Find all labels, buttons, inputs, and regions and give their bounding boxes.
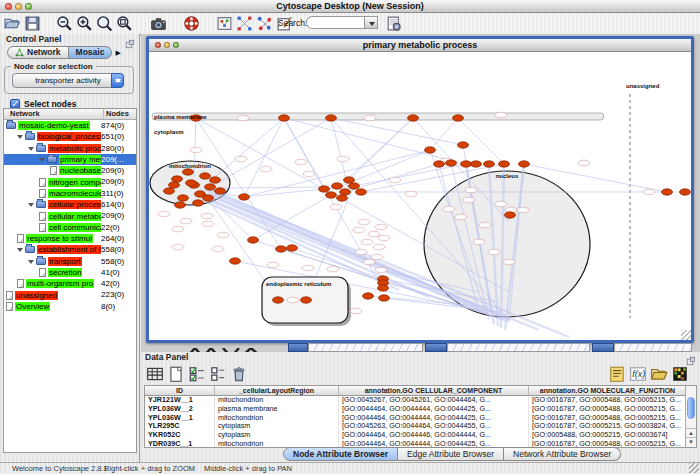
gene-node[interactable] — [458, 142, 469, 148]
label-node[interactable] — [443, 206, 455, 212]
zoom-region-icon[interactable] — [116, 15, 133, 32]
tree-row[interactable]: secretion41(0) — [4, 267, 136, 278]
attribute-table-icon[interactable] — [146, 365, 164, 383]
label-node[interactable] — [212, 246, 224, 252]
label-node[interactable] — [463, 197, 475, 203]
minimized-window-fragment[interactable] — [425, 343, 447, 352]
label-node[interactable] — [488, 249, 500, 255]
network-canvas[interactable]: plasma membrane cytoplasm mitochondrion … — [149, 52, 691, 340]
gene-node[interactable] — [326, 192, 337, 198]
tree-column-network[interactable]: Network — [10, 109, 40, 119]
layout-b-icon[interactable] — [256, 15, 273, 32]
gene-node[interactable] — [326, 115, 337, 121]
tree-row[interactable]: response to stimul264(0) — [4, 233, 136, 244]
network-view-window[interactable]: primary metabolic process plasma membran… — [146, 36, 694, 343]
gene-node[interactable] — [276, 246, 287, 252]
attribute-table[interactable]: ID_cellularLayoutRegionannotation.GO CEL… — [144, 385, 697, 448]
scroll-down-icon[interactable]: ▼ — [686, 437, 696, 447]
table-column-header[interactable]: annotation.GO CELLULAR_COMPONENT — [339, 386, 529, 396]
label-node[interactable] — [368, 231, 380, 237]
table-row[interactable]: YJR121W__1mitochondrion[GO:0045267, GO:0… — [145, 396, 696, 405]
network-edge[interactable] — [244, 150, 430, 197]
label-node[interactable] — [180, 218, 192, 224]
gene-node[interactable] — [337, 195, 348, 201]
gene-node[interactable] — [178, 195, 189, 201]
gene-node[interactable] — [434, 161, 445, 167]
select-nodes-checkbox[interactable] — [10, 99, 20, 109]
help-icon[interactable] — [183, 15, 200, 32]
tree-row[interactable]: nitrogen compo209(0) — [4, 176, 136, 187]
label-node[interactable] — [235, 156, 247, 162]
gene-node[interactable] — [215, 188, 226, 194]
gene-node[interactable] — [230, 258, 241, 264]
network-window-titlebar[interactable]: primary metabolic process — [149, 39, 691, 52]
tree-row[interactable]: metabolic process280(0) — [4, 143, 136, 154]
table-column-header[interactable]: ID — [145, 386, 215, 396]
unselect-attributes-icon[interactable] — [209, 365, 227, 383]
gene-node[interactable] — [425, 147, 436, 153]
gene-node[interactable] — [356, 189, 367, 195]
gene-node[interactable] — [453, 115, 464, 121]
gene-node[interactable] — [484, 161, 495, 167]
label-node[interactable] — [465, 187, 477, 193]
tree-row[interactable]: establishment of lo558(0) — [4, 244, 136, 255]
label-node[interactable] — [455, 214, 467, 220]
gene-node[interactable] — [519, 161, 530, 167]
label-node[interactable] — [202, 221, 214, 227]
label-node[interactable] — [375, 224, 387, 230]
label-node[interactable] — [373, 244, 385, 250]
label-node[interactable] — [337, 156, 349, 162]
attribute-matrix-icon[interactable] — [671, 365, 689, 383]
table-column-header[interactable]: _cellularLayoutRegion — [215, 386, 339, 396]
gene-node[interactable] — [200, 173, 211, 179]
gene-node[interactable] — [446, 160, 457, 166]
gene-node[interactable] — [499, 161, 510, 167]
attribute-label-icon[interactable] — [608, 365, 626, 383]
tree-row[interactable]: unassigned223(0) — [4, 289, 136, 300]
gene-node[interactable] — [164, 188, 175, 194]
minimized-window-fragment[interactable] — [288, 343, 308, 352]
label-node[interactable] — [495, 112, 507, 118]
network-edge[interactable] — [284, 118, 466, 164]
label-node[interactable] — [327, 266, 339, 272]
label-node[interactable] — [267, 262, 279, 268]
node-color-dropdown[interactable]: transporter activity — [12, 73, 124, 88]
gene-node[interactable] — [319, 186, 330, 192]
label-node[interactable] — [172, 244, 184, 250]
label-node[interactable] — [371, 254, 383, 260]
gene-node[interactable] — [279, 115, 290, 121]
gene-node[interactable] — [340, 189, 351, 195]
label-node[interactable] — [378, 235, 390, 241]
tree-column-nodes[interactable]: Nodes — [103, 109, 129, 119]
label-node[interactable] — [503, 259, 515, 265]
tree-row[interactable]: multi-organism pro42(0) — [4, 278, 136, 289]
tree-row[interactable]: transport558(0) — [4, 256, 136, 267]
label-node[interactable] — [364, 115, 376, 121]
tree-row[interactable]: nucleobase-209(0) — [4, 165, 136, 176]
gene-node[interactable] — [186, 180, 197, 186]
network-edge[interactable] — [209, 118, 284, 182]
table-column-header[interactable]: annotation.GO MOLECULAR_FUNCTION — [529, 386, 687, 396]
gene-node[interactable] — [662, 189, 673, 195]
label-node[interactable] — [158, 211, 170, 217]
network-edge[interactable] — [244, 118, 284, 197]
frame-resize-grip[interactable] — [681, 330, 691, 340]
label-node[interactable] — [363, 259, 375, 265]
gene-node[interactable] — [363, 293, 374, 299]
tree-row[interactable]: biological_process651(0) — [4, 131, 136, 142]
gene-node[interactable] — [183, 169, 194, 175]
zoom-fit-icon[interactable] — [96, 15, 113, 32]
open-file-icon[interactable] — [4, 15, 21, 32]
gene-node[interactable] — [248, 237, 259, 243]
minimized-window-fragment[interactable] — [447, 343, 590, 352]
gene-node[interactable] — [332, 183, 343, 189]
gene-node[interactable] — [301, 297, 312, 303]
gene-node[interactable] — [680, 189, 691, 195]
label-node[interactable] — [355, 249, 367, 255]
label-node[interactable] — [473, 239, 485, 245]
expand-arrow-icon[interactable] — [28, 203, 34, 210]
network-edge[interactable] — [430, 118, 458, 150]
zoom-out-icon[interactable] — [56, 15, 73, 32]
label-node[interactable] — [260, 166, 272, 172]
import-attributes-icon[interactable] — [650, 365, 668, 383]
